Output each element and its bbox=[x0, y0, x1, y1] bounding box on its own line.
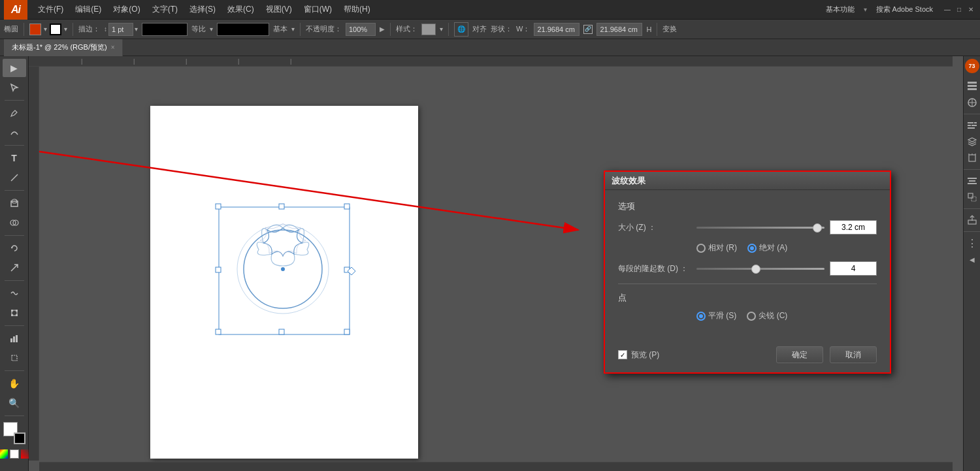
style-dropdown[interactable]: ▾ bbox=[440, 25, 443, 33]
dialog-body: 选项 大小 (Z) ： 相对 (R) bbox=[605, 190, 890, 340]
radio-smooth-circle[interactable] bbox=[696, 312, 706, 321]
svg-rect-9 bbox=[11, 314, 13, 316]
rectangle-tool[interactable] bbox=[3, 194, 26, 212]
menu-type[interactable]: 文字(T) bbox=[147, 0, 183, 20]
maximize-button[interactable]: □ bbox=[954, 5, 964, 15]
ridges-value-input[interactable] bbox=[830, 261, 877, 276]
properties-icon[interactable] bbox=[965, 118, 979, 133]
cancel-button[interactable]: 取消 bbox=[830, 346, 877, 363]
radio-smooth[interactable]: 平滑 (S) bbox=[696, 310, 736, 321]
layers-icon[interactable] bbox=[965, 135, 979, 149]
right-panel-sep-1 bbox=[964, 114, 980, 114]
hand-tool[interactable]: ✋ bbox=[3, 374, 26, 393]
style-swatch[interactable] bbox=[421, 24, 436, 35]
base-dropdown[interactable]: ▾ bbox=[291, 25, 295, 33]
color-icon[interactable] bbox=[0, 449, 8, 459]
libraries-icon[interactable] bbox=[965, 79, 979, 93]
radio-absolute[interactable]: 绝对 (A) bbox=[747, 242, 787, 253]
menu-object[interactable]: 对象(O) bbox=[108, 0, 145, 20]
preview-checkbox[interactable]: 预览 (P) bbox=[618, 349, 659, 361]
size-value-input[interactable] bbox=[830, 220, 877, 235]
tab-close-button[interactable]: × bbox=[111, 44, 115, 51]
width-input[interactable] bbox=[534, 23, 580, 36]
menu-select[interactable]: 选择(S) bbox=[184, 0, 221, 20]
workspace-selector[interactable]: 基本功能 bbox=[821, 3, 860, 16]
white-icon[interactable] bbox=[10, 449, 19, 459]
stroke-swatch[interactable] bbox=[14, 432, 25, 444]
transform-panel-icon[interactable] bbox=[965, 190, 979, 204]
toolbar-sep-6 bbox=[657, 23, 657, 36]
ok-button[interactable]: 确定 bbox=[776, 346, 823, 363]
ridges-slider-track[interactable] bbox=[696, 268, 825, 270]
curvature-tool[interactable] bbox=[3, 123, 26, 142]
ridges-slider-container bbox=[696, 261, 877, 276]
svg-point-24 bbox=[281, 267, 285, 271]
stroke-style-preview[interactable] bbox=[142, 23, 188, 36]
type-tool[interactable]: T bbox=[3, 149, 26, 167]
stroke-color-swatch[interactable] bbox=[50, 24, 61, 35]
zoom-tool[interactable]: 🔍 bbox=[3, 394, 26, 412]
graph-tool[interactable] bbox=[3, 329, 26, 348]
svg-rect-49 bbox=[968, 193, 973, 198]
scale-tool[interactable] bbox=[3, 259, 26, 277]
svg-line-0 bbox=[11, 174, 18, 181]
opacity-arrow[interactable]: ▶ bbox=[380, 25, 385, 33]
cc-icon[interactable]: 73 bbox=[965, 59, 979, 73]
ratio-dropdown[interactable]: ▾ bbox=[210, 25, 213, 33]
select-tool[interactable]: ▶ bbox=[3, 59, 26, 77]
stroke-dropdown-icon[interactable]: ▾ bbox=[64, 25, 67, 33]
minimize-button[interactable]: — bbox=[942, 5, 953, 15]
menu-window[interactable]: 窗口(W) bbox=[299, 0, 337, 20]
artboard-icon[interactable] bbox=[965, 151, 979, 165]
pen-tool[interactable] bbox=[3, 104, 26, 122]
more-icon[interactable]: ⋮ bbox=[965, 236, 979, 250]
menu-effect[interactable]: 效果(C) bbox=[222, 0, 259, 20]
ridges-slider-thumb[interactable] bbox=[751, 265, 760, 274]
stroke-value-input[interactable] bbox=[108, 23, 133, 36]
menu-file[interactable]: 文件(F) bbox=[33, 0, 69, 20]
lock-aspect-icon[interactable]: 🔗 bbox=[583, 25, 593, 34]
collapse-icon[interactable]: ◀ bbox=[965, 252, 979, 267]
tab-untitled[interactable]: 未标题-1* @ 22% (RGB/预览) × bbox=[4, 39, 123, 56]
align-panel-icon[interactable] bbox=[965, 174, 979, 188]
size-slider-thumb[interactable] bbox=[813, 223, 822, 233]
direct-select-tool[interactable] bbox=[3, 78, 26, 97]
radio-relative-circle[interactable] bbox=[696, 244, 706, 253]
bottom-scrollbar[interactable] bbox=[39, 462, 953, 471]
size-slider-container bbox=[696, 220, 877, 235]
stroke-spinbox[interactable]: ↕ ▾ bbox=[104, 23, 138, 36]
fill-dropdown-icon[interactable]: ▾ bbox=[44, 25, 47, 33]
fill-color-swatch[interactable] bbox=[29, 24, 41, 35]
height-input[interactable] bbox=[596, 23, 642, 36]
opacity-input[interactable] bbox=[346, 23, 376, 36]
stroke-style-preview-2[interactable] bbox=[217, 23, 269, 36]
radio-absolute-circle[interactable] bbox=[747, 244, 757, 253]
menu-edit[interactable]: 编辑(E) bbox=[70, 0, 106, 20]
tool-sep-7 bbox=[5, 370, 24, 371]
stroke-unit-dropdown[interactable]: ▾ bbox=[135, 25, 138, 33]
radio-sharp[interactable]: 尖锐 (C) bbox=[747, 310, 787, 321]
globe-icon[interactable]: 🌐 bbox=[454, 22, 468, 37]
preview-checkbox-box[interactable] bbox=[618, 350, 627, 359]
warp-tool[interactable] bbox=[3, 284, 26, 302]
rotate-tool[interactable] bbox=[3, 239, 26, 257]
color-swatches bbox=[3, 422, 25, 444]
search-stock[interactable]: 搜索 Adobe Stock bbox=[871, 3, 938, 16]
menu-help[interactable]: 帮助(H) bbox=[338, 0, 376, 20]
menu-view[interactable]: 视图(V) bbox=[261, 0, 297, 20]
line-tool[interactable] bbox=[3, 169, 26, 187]
export-icon[interactable] bbox=[965, 213, 979, 227]
workspace-dropdown-icon[interactable]: ▾ bbox=[864, 6, 867, 13]
tool-sep-2 bbox=[5, 145, 24, 146]
artboard-tool[interactable] bbox=[3, 349, 26, 367]
preview-label: 预览 (P) bbox=[631, 349, 659, 361]
shape-builder-tool[interactable] bbox=[3, 214, 26, 232]
toolbar-sep-3 bbox=[300, 23, 301, 36]
cc-libraries-icon[interactable] bbox=[965, 95, 979, 110]
radio-sharp-circle[interactable] bbox=[747, 312, 756, 321]
radio-relative[interactable]: 相对 (R) bbox=[696, 242, 737, 253]
size-slider-track[interactable] bbox=[696, 227, 825, 229]
shape-label: 椭圆 bbox=[4, 24, 18, 34]
close-button[interactable]: ✕ bbox=[966, 5, 976, 15]
free-transform-tool[interactable] bbox=[3, 304, 26, 322]
